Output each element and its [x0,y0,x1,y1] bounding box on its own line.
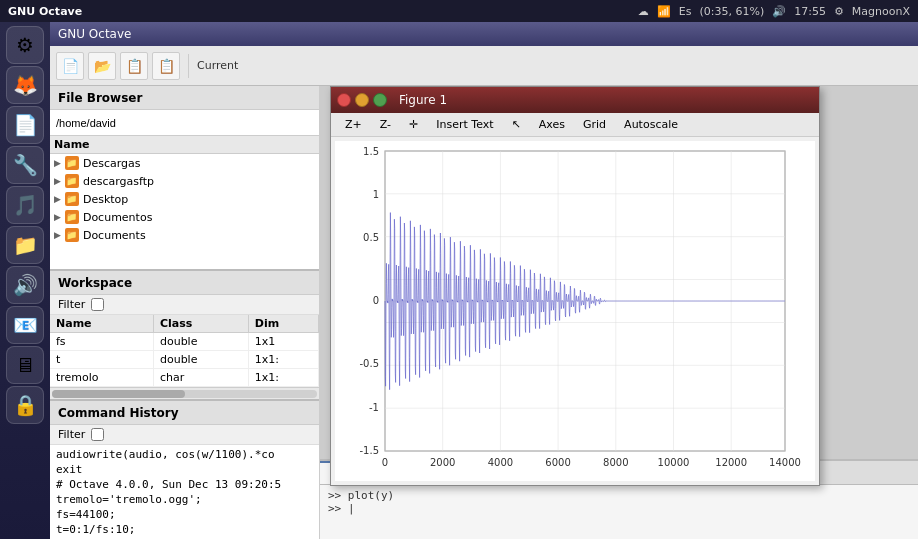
svg-text:-1.5: -1.5 [359,445,379,456]
settings-icon[interactable]: ⚙ [834,5,844,18]
col-name-header: Name [50,315,153,333]
svg-text:6000: 6000 [545,457,570,468]
clock: 17:55 [794,5,826,18]
table-row[interactable]: fs double 1x1 [50,333,319,351]
folder-icon: 📁 [65,174,79,188]
zoom-out-button[interactable]: Z- [372,116,399,133]
svg-text:14000: 14000 [769,457,801,468]
copy-button[interactable]: 📋 [120,52,148,80]
list-item[interactable]: t=0:1/fs:10; [54,522,315,537]
workspace-table: Name Class Dim fs double 1x1 [50,315,319,387]
svg-text:1.5: 1.5 [363,146,379,157]
folder-icon: 📁 [65,210,79,224]
cmd-history-list: audiowrite(audio, cos(w/1100).*co exit #… [50,445,319,539]
keyboard-indicator: Es [679,5,692,18]
dock-icon-mail[interactable]: 📧 [6,306,44,344]
svg-text:1: 1 [373,189,379,200]
zoom-in-button[interactable]: Z+ [337,116,370,133]
path-bar[interactable] [50,110,319,136]
dock-icon-volume[interactable]: 🔊 [6,266,44,304]
folder-icon: 📁 [65,156,79,170]
list-item[interactable]: exit [54,462,315,477]
dock-icon-firefox[interactable]: 🦊 [6,66,44,104]
open-file-button[interactable]: 📂 [88,52,116,80]
workspace-filter-bar: Filter [50,295,319,315]
svg-text:0: 0 [373,295,379,306]
expand-arrow-icon: ▶ [54,158,61,168]
file-name: Documents [83,229,146,242]
file-name: Documentos [83,211,152,224]
grid-button[interactable]: Grid [575,116,614,133]
table-row[interactable]: t double 1x1: [50,351,319,369]
figure-menu: Z+ Z- ✛ Insert Text ↖ Axes Grid Autoscal… [331,113,819,137]
paste-button[interactable]: 📋 [152,52,180,80]
var-class: double [153,351,248,369]
command-output: >> plot(y) >> | [320,485,918,519]
table-row[interactable]: tremolo char 1x1: [50,369,319,387]
filter-checkbox[interactable] [91,428,104,441]
filter-label: Filter [58,298,85,311]
list-item[interactable]: audiowrite(audio, cos(w/1100).*co [54,447,315,462]
svg-text:0: 0 [382,457,388,468]
variable-table: Name Class Dim fs double 1x1 [50,315,319,387]
figure-titlebar: Figure 1 [331,87,819,113]
battery-status: (0:35, 61%) [700,5,765,18]
filter-checkbox[interactable] [91,298,104,311]
dock-icon-music[interactable]: 🎵 [6,186,44,224]
dock-icon-files[interactable]: 📄 [6,106,44,144]
figure-minimize-button[interactable] [355,93,369,107]
list-item[interactable]: ▶ 📁 Documentos [50,208,319,226]
svg-text:8000: 8000 [603,457,628,468]
figure-title: Figure 1 [399,93,447,107]
username: MagnoonX [852,5,910,18]
list-item[interactable]: fs=44100; [54,507,315,522]
system-bar: GNU Octave ☁ 📶 Es (0:35, 61%) 🔊 17:55 ⚙ … [0,0,918,22]
list-item[interactable]: ▶ 📁 Desktop [50,190,319,208]
path-input[interactable] [56,117,313,129]
list-item[interactable]: ▶ 📁 Documents [50,226,319,244]
new-file-button[interactable]: 📄 [56,52,84,80]
application-dock: ⚙ 🦊 📄 🔧 🎵 📁 🔊 📧 🖥 🔒 [0,22,50,539]
dock-icon-lock[interactable]: 🔒 [6,386,44,424]
file-list: ▶ 📁 Descargas ▶ 📁 descargasftp ▶ 📁 Deskt… [50,154,319,269]
var-dim: 1x1 [248,333,318,351]
var-dim: 1x1: [248,369,318,387]
svg-text:4000: 4000 [488,457,513,468]
svg-text:12000: 12000 [715,457,747,468]
var-dim: 1x1: [248,351,318,369]
command-history-panel: Command History Filter audiowrite(audio,… [50,401,319,539]
list-item[interactable]: tremolo='tremolo.ogg'; [54,492,315,507]
col-class-header: Class [153,315,248,333]
file-browser-header: File Browser [50,86,319,110]
dock-icon-settings[interactable]: ⚙ [6,26,44,64]
figure-maximize-button[interactable] [373,93,387,107]
list-item[interactable]: # Octave 4.0.0, Sun Dec 13 09:20:5 [54,477,315,492]
pan-button[interactable]: ✛ [401,116,426,133]
expand-arrow-icon: ▶ [54,176,61,186]
expand-arrow-icon: ▶ [54,212,61,222]
octave-window-title: GNU Octave [58,27,131,41]
octave-window: GNU Octave 📄 📂 📋 📋 Current File Browser [50,22,918,539]
insert-text-button[interactable]: Insert Text [428,116,501,133]
axes-button[interactable]: Axes [531,116,573,133]
cmd-prompt[interactable]: >> | [328,502,910,515]
arrow-button[interactable]: ↖ [504,116,529,133]
octave-titlebar: GNU Octave [50,22,918,46]
folder-icon: 📁 [65,192,79,206]
dock-icon-terminal[interactable]: 🔧 [6,146,44,184]
col-dim-header: Dim [248,315,318,333]
dock-icon-folder[interactable]: 📁 [6,226,44,264]
workspace-header: Workspace [50,271,319,295]
workspace-scrollbar[interactable] [50,387,319,399]
var-class: double [153,333,248,351]
list-item[interactable]: ▶ 📁 Descargas [50,154,319,172]
svg-text:0.5: 0.5 [363,232,379,243]
autoscale-button[interactable]: Autoscale [616,116,686,133]
folder-icon: 📁 [65,228,79,242]
var-name: tremolo [50,369,153,387]
dock-icon-desktop[interactable]: 🖥 [6,346,44,384]
figure-close-button[interactable] [337,93,351,107]
list-item[interactable]: ▶ 📁 descargasftp [50,172,319,190]
var-name: t [50,351,153,369]
cursor-indicator: | [348,502,355,515]
